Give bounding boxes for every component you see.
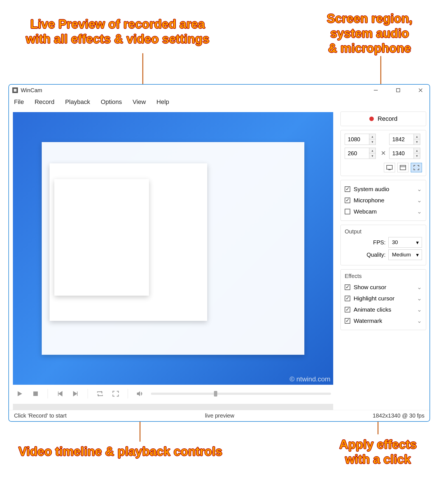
app-icon (12, 87, 18, 93)
microphone-checkbox[interactable]: Microphone⌄ (345, 195, 422, 206)
effect-watermark[interactable]: Watermark⌄ (345, 315, 422, 326)
menu-help[interactable]: Help (157, 98, 169, 106)
loop-button[interactable] (95, 389, 105, 398)
titlebar: WinCam (9, 85, 430, 96)
callout-timeline: Video timeline & playback controls (8, 444, 232, 459)
menubar: File Record Playback Options View Help (9, 96, 430, 108)
up-icon[interactable]: ▲ (369, 134, 375, 139)
callout-region: Screen region,system audio& microphone (302, 11, 437, 55)
effects-title: Effects (345, 273, 422, 279)
chevron-down-icon[interactable]: ⌄ (417, 306, 422, 313)
y2-input[interactable]: ▲▼ (389, 148, 422, 159)
status-left: Click 'Record' to start (14, 412, 67, 419)
live-preview: © ntwind.com (13, 112, 333, 385)
chevron-down-icon[interactable]: ⌄ (417, 197, 422, 204)
times-icon: ✕ (379, 150, 388, 157)
maximize-button[interactable] (393, 86, 404, 94)
output-section: Output FPS:30▾ Quality:Medium▾ (340, 225, 426, 265)
watermark-text: © ntwind.com (290, 375, 330, 383)
effect-show-cursor[interactable]: Show cursor⌄ (345, 282, 422, 293)
x2-input[interactable]: ▲▼ (389, 134, 422, 145)
webcam-checkbox[interactable]: Webcam⌄ (345, 206, 422, 217)
chevron-down-icon[interactable]: ⌄ (417, 295, 422, 302)
y1-input[interactable]: ▲▼ (345, 148, 377, 159)
chevron-down-icon[interactable]: ⌄ (417, 208, 422, 215)
record-section: Record (340, 112, 426, 126)
status-right: 1842x1340 @ 30 fps (373, 412, 424, 419)
effect-highlight-cursor[interactable]: Highlight cursor⌄ (345, 293, 422, 304)
svg-rect-3 (387, 165, 392, 169)
svg-rect-5 (400, 165, 406, 170)
output-title: Output (345, 228, 422, 235)
mode-region[interactable] (411, 163, 422, 172)
up-icon[interactable]: ▲ (369, 148, 375, 153)
status-mid: live preview (205, 412, 234, 419)
prev-frame-button[interactable] (55, 389, 65, 398)
close-button[interactable] (415, 86, 426, 94)
record-button[interactable]: Record (345, 115, 422, 122)
callout-preview: Live Preview of recorded areawith all ef… (8, 17, 227, 47)
menu-playback[interactable]: Playback (65, 98, 90, 106)
play-button[interactable] (15, 389, 25, 398)
fps-label: FPS: (373, 239, 386, 246)
menu-file[interactable]: File (14, 98, 24, 106)
fps-select[interactable]: 30▾ (388, 237, 422, 248)
quality-label: Quality: (367, 252, 386, 258)
window-title: WinCam (21, 87, 42, 94)
fullscreen-button[interactable] (111, 389, 120, 398)
effects-section: Effects Show cursor⌄ Highlight cursor⌄ A… (340, 269, 426, 330)
chevron-down-icon: ▾ (416, 252, 419, 258)
mode-window[interactable] (397, 163, 409, 172)
region-section: ▲▼ ▲▼ ▲▼ ✕ ▲▼ (340, 130, 426, 176)
volume-slider[interactable] (151, 393, 331, 395)
audio-section: System audio⌄ Microphone⌄ Webcam⌄ (340, 180, 426, 221)
record-dot-icon (369, 117, 374, 121)
nested-preview (50, 163, 207, 321)
down-icon[interactable]: ▼ (369, 139, 375, 145)
menu-options[interactable]: Options (101, 98, 122, 106)
chevron-down-icon[interactable]: ⌄ (417, 317, 422, 324)
seek-bar[interactable] (13, 404, 333, 410)
menu-record[interactable]: Record (34, 98, 54, 106)
chevron-down-icon: ▾ (416, 239, 419, 246)
svg-rect-1 (396, 89, 400, 92)
statusbar: Click 'Record' to start live preview 184… (9, 410, 430, 421)
x1-input[interactable]: ▲▼ (345, 134, 377, 145)
up-icon[interactable]: ▲ (414, 148, 420, 153)
down-icon[interactable]: ▼ (369, 153, 375, 159)
quality-select[interactable]: Medium▾ (388, 249, 422, 260)
svg-rect-2 (33, 391, 38, 396)
app-window: WinCam File Record Playback Options View… (8, 84, 430, 422)
volume-button[interactable] (135, 389, 145, 398)
menu-view[interactable]: View (132, 98, 146, 106)
playback-controls (13, 385, 333, 403)
chevron-down-icon[interactable]: ⌄ (417, 186, 422, 193)
chevron-down-icon[interactable]: ⌄ (417, 284, 422, 291)
nested-preview (54, 179, 149, 296)
up-icon[interactable]: ▲ (414, 134, 420, 139)
system-audio-checkbox[interactable]: System audio⌄ (345, 184, 422, 195)
minimize-button[interactable] (370, 86, 381, 94)
stop-button[interactable] (31, 389, 40, 398)
side-panel: Record ▲▼ ▲▼ ▲▼ ✕ ▲▼ Sy (337, 108, 430, 410)
down-icon[interactable]: ▼ (414, 153, 420, 159)
next-frame-button[interactable] (71, 389, 80, 398)
down-icon[interactable]: ▼ (414, 139, 420, 145)
callout-effects: Apply effectswith a click (316, 437, 440, 467)
mode-fullscreen[interactable] (384, 163, 395, 172)
nested-preview (42, 142, 304, 355)
effect-animate-clicks[interactable]: Animate clicks⌄ (345, 304, 422, 315)
